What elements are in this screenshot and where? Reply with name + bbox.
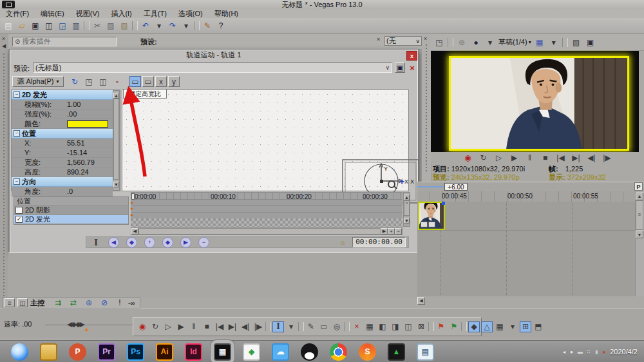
loop-playback-button[interactable]: ↻ <box>478 153 489 164</box>
menu-tools[interactable]: 工具(T) <box>138 9 173 18</box>
timeline-ruler[interactable]: 00:00:45 00:00:50 00:00:55 <box>417 191 635 202</box>
delete-button[interactable]: × <box>351 321 363 332</box>
timeline-tracks[interactable] <box>417 202 635 296</box>
envelope-edit-button[interactable]: ⊞ <box>520 321 531 332</box>
project-properties-icon[interactable]: ▥ <box>70 21 82 32</box>
clip-pan-crop-icon[interactable] <box>428 222 435 227</box>
scroll-thumb[interactable]: ≡ <box>636 200 643 230</box>
sync-cursor-icon[interactable]: I <box>90 237 102 248</box>
clip-fx-icon[interactable] <box>421 222 428 227</box>
undo-icon[interactable]: ↶ <box>140 21 151 32</box>
close-icon[interactable]: × <box>2 35 5 42</box>
pause-button[interactable]: ‖ <box>188 321 200 332</box>
prevent-horizontal-movement-button[interactable]: x <box>155 76 167 87</box>
snap-box-start-icon[interactable]: ▫ <box>111 76 123 87</box>
open-icon[interactable]: ▱ <box>16 21 28 32</box>
menu-edit[interactable]: 编辑(E) <box>35 9 70 18</box>
envelope-tool-button[interactable]: ✎ <box>305 321 317 332</box>
scroll-left-icon[interactable]: ◀ <box>131 228 138 234</box>
delete-preset-button[interactable]: × <box>407 62 417 73</box>
video-output-icon[interactable]: ◳ <box>433 37 445 48</box>
x-row[interactable]: X:55.51 <box>12 138 113 148</box>
tray-icon[interactable]: ▬ <box>578 349 583 355</box>
preset-combo[interactable]: (无标题) ∨ <box>33 62 392 73</box>
pause-button[interactable]: ‖ <box>524 153 536 164</box>
last-keyframe-button[interactable]: ▶ <box>180 237 191 248</box>
kf-vscrollbar[interactable]: ▲ ≡ ▼ <box>403 192 410 227</box>
timeline-vscrollbar[interactable]: ▲ ≡ ▼ <box>635 191 644 296</box>
rate-scrub-handle[interactable]: ◀◆◆▶ <box>67 320 84 329</box>
qq-icon[interactable] <box>301 343 318 361</box>
chrome-icon[interactable] <box>330 343 347 361</box>
chevron-down-icon[interactable]: ▾ <box>484 37 496 48</box>
glow-checkbox[interactable]: ✓ <box>15 216 23 223</box>
quantize-dropdown[interactable]: ▾ <box>507 321 518 332</box>
scroll-up-icon[interactable]: ▲ <box>404 195 410 200</box>
overlays-grid-icon[interactable]: ▦ <box>534 37 545 48</box>
next-keyframe-button[interactable]: ◆ <box>162 237 173 248</box>
edit-in-object-space-icon[interactable]: ◳ <box>83 76 95 87</box>
orientation-section-header[interactable]: −方向 <box>12 177 113 187</box>
menu-view[interactable]: 视图(V) <box>70 9 106 18</box>
fx-bypass-icon[interactable]: ⊕ <box>83 298 95 309</box>
zoom-edit-tool-icon[interactable] <box>388 180 395 188</box>
tray-icon[interactable]: ∷ <box>587 349 591 355</box>
kf-time-display[interactable]: 00:00:00.00 <box>352 237 406 247</box>
notepad-icon[interactable]: ▤ <box>417 343 434 361</box>
insert-keyframe-button[interactable]: + <box>144 237 155 248</box>
trim-button[interactable]: ▦ <box>364 321 375 332</box>
copy-snapshot-icon[interactable]: ▨ <box>571 37 582 48</box>
video-clip-event[interactable] <box>418 202 445 230</box>
stop-button[interactable]: ■ <box>540 153 551 164</box>
indesign-icon[interactable]: Id <box>185 343 202 361</box>
scroll-right-icon[interactable]: ▶ <box>381 228 388 234</box>
menu-insert[interactable]: 插入(I) <box>105 9 137 18</box>
property-scrollbar[interactable]: ▲ ▼ <box>113 90 120 191</box>
kf-timeline-rows[interactable]: ▸ ▸ ▸ <box>131 200 402 218</box>
loop-playback-button[interactable]: ↻ <box>149 321 161 332</box>
first-keyframe-button[interactable]: ◀ <box>108 237 119 248</box>
premiere-icon[interactable]: Pr <box>98 343 115 361</box>
timeline-cursor[interactable] <box>131 193 135 200</box>
quantize-to-frames-button[interactable]: ▦ <box>494 321 506 332</box>
master-gain-label[interactable]: -∞ <box>128 300 135 307</box>
enable-snapping-button[interactable]: ◆ <box>468 321 480 332</box>
shadow-checkbox[interactable] <box>15 207 23 214</box>
photoshop-icon[interactable]: Ps <box>127 343 144 361</box>
split-left-button[interactable]: ◧ <box>377 321 388 332</box>
prevent-scaling-icon[interactable]: ◫ <box>97 76 109 87</box>
render-as-icon[interactable]: ◫ <box>43 21 55 32</box>
previous-keyframe-button[interactable]: ◆ <box>126 237 137 248</box>
zoom-in-icon[interactable]: + <box>388 228 395 234</box>
height-row[interactable]: 高度:890.24 <box>12 167 113 177</box>
file-explorer-icon[interactable] <box>40 343 57 361</box>
taskbar-clock[interactable]: 2020/4/2 <box>610 348 638 356</box>
delete-keyframe-button[interactable]: − <box>198 237 209 248</box>
glow-color-swatch[interactable] <box>67 120 108 128</box>
record-button[interactable]: ◉ <box>462 153 474 164</box>
tray-icon[interactable]: ● <box>602 349 605 355</box>
next-frame-button[interactable]: |▶ <box>252 321 264 332</box>
video-preview[interactable] <box>431 51 639 152</box>
save-snapshot-icon[interactable]: ▣ <box>585 37 596 48</box>
scroll-thumb[interactable] <box>138 228 381 234</box>
stop-button[interactable]: ■ <box>201 321 213 332</box>
arm-record-icon[interactable]: ⇉ <box>52 298 64 309</box>
close-icon[interactable]: × <box>424 35 427 42</box>
menu-file[interactable]: 文件(F) <box>0 9 35 18</box>
go-to-end-button[interactable]: ▶| <box>227 321 238 332</box>
kf-composite-row[interactable] <box>131 218 402 227</box>
scroll-up-icon[interactable]: ▲ <box>636 193 643 200</box>
intensity-row[interactable]: 强度(%):.00 <box>12 110 113 119</box>
zoom-tool-button[interactable]: ◎ <box>331 321 343 332</box>
play-button[interactable]: ▶ <box>509 153 520 164</box>
maximize-track-icon[interactable]: ◫ <box>17 298 28 307</box>
plugin-preset-combo[interactable]: (无 ∨ <box>384 36 422 46</box>
shadow-track-row[interactable]: 2D 阴影 <box>14 206 128 215</box>
dialog-close-button[interactable]: x <box>406 51 417 61</box>
format-factory-icon[interactable]: ◈ <box>243 343 260 361</box>
zoom-out-icon[interactable]: − <box>395 228 402 234</box>
motion-workspace[interactable]: Y X X + <box>122 90 409 191</box>
scroll-up-icon[interactable]: ▲ <box>113 93 119 99</box>
tray-icon[interactable]: ● <box>570 349 573 355</box>
